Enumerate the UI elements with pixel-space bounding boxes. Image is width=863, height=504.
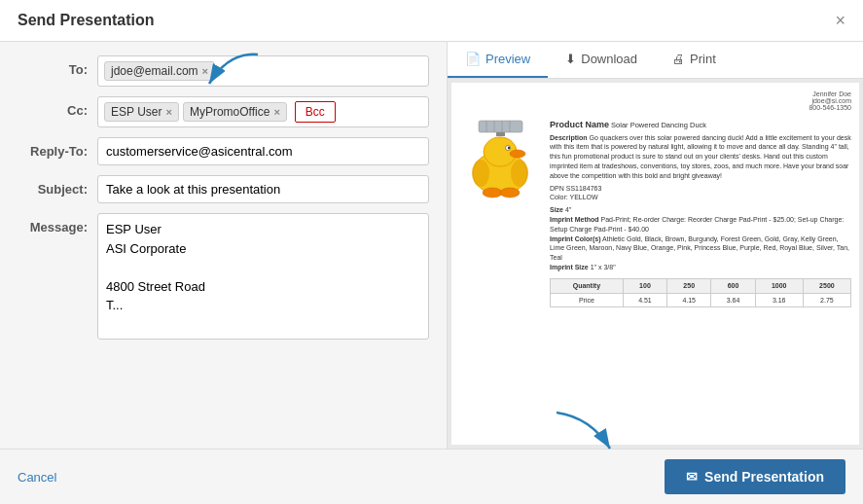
modal-footer: Cancel ✉ Send Presentation <box>0 449 863 504</box>
cc-tag-espuser: ESP User × <box>104 102 179 122</box>
to-label: To: <box>18 55 88 77</box>
send-presentation-modal: Send Presentation × To: <box>0 0 863 504</box>
preview-product-info: Product Name Solar Powered Dancing Duck … <box>550 119 851 307</box>
to-tag-remove[interactable]: × <box>202 65 208 77</box>
cc-tag-espuser-value: ESP User <box>111 105 162 119</box>
preview-table-600: 600 <box>711 278 755 293</box>
send-label: Send Presentation <box>704 469 824 485</box>
preview-pricing-table: Quantity 100 250 600 1000 2500 <box>550 278 851 308</box>
svg-point-12 <box>472 160 489 187</box>
svg-point-11 <box>510 150 525 158</box>
modal-title: Send Presentation <box>18 12 154 29</box>
preview-price-600: 3.64 <box>711 293 755 307</box>
send-presentation-button[interactable]: ✉ Send Presentation <box>665 459 845 494</box>
reply-to-input[interactable] <box>97 137 429 165</box>
message-label: Message: <box>18 213 88 234</box>
preview-product-name: Product Name Solar Powered Dancing Duck <box>550 119 851 131</box>
right-panel: 📄 Preview ⬇ Download 🖨 Print Jennifer <box>448 42 863 449</box>
preview-price-100: 4.51 <box>623 293 666 307</box>
preview-table-qty-header: Quantity <box>551 278 624 293</box>
modal-body: To: jdoe@email.com × Cc: ESP <box>0 42 863 449</box>
preview-table-2500: 2500 <box>803 278 850 293</box>
reply-to-field-wrap <box>97 137 429 165</box>
cc-tag-mypromooffice-remove[interactable]: × <box>273 106 279 118</box>
preview-table-100: 100 <box>623 278 666 293</box>
duck-image <box>459 119 542 307</box>
preview-card: Jennifer Doejdoe@si.com800-546-1350 <box>451 83 859 445</box>
reply-to-label: Reply-To: <box>18 137 88 159</box>
preview-header-info: Jennifer Doejdoe@si.com800-546-1350 <box>459 90 851 111</box>
tab-preview[interactable]: 📄 Preview <box>448 42 548 78</box>
message-textarea[interactable]: ESP User ASI Corporate 4800 Street Road … <box>97 213 429 340</box>
preview-pn-color: DPN SS1184763Color: YELLOW <box>550 184 851 203</box>
preview-imprint-method: Imprint Method Pad-Print; Re-order Charg… <box>550 215 851 234</box>
cc-tag-espuser-remove[interactable]: × <box>165 106 171 118</box>
to-tag: jdoe@email.com × <box>104 61 215 81</box>
preview-description: Description Go quackers over this solar … <box>550 133 851 181</box>
preview-imprint-colors: Imprint Color(s) Athletic Gold, Black, B… <box>550 234 851 263</box>
preview-table-price-row: Price 4.51 4.15 3.64 3.16 2.75 <box>551 293 851 307</box>
subject-label: Subject: <box>18 175 88 197</box>
preview-product-name-bold: Product Name <box>550 120 609 129</box>
tab-print[interactable]: 🖨 Print <box>655 42 734 78</box>
preview-table-1000: 1000 <box>755 278 803 293</box>
to-row: To: jdoe@email.com × <box>18 55 429 87</box>
envelope-icon: ✉ <box>686 469 698 485</box>
subject-input[interactable] <box>97 175 429 203</box>
tab-preview-label: Preview <box>485 52 530 66</box>
svg-point-13 <box>511 160 528 187</box>
bcc-button[interactable]: Bcc <box>295 101 336 123</box>
to-tag-value: jdoe@email.com <box>111 64 198 78</box>
svg-point-14 <box>483 188 502 198</box>
close-button[interactable]: × <box>835 12 845 29</box>
cc-tag-mypromooffice-value: MyPromoOffice <box>190 105 270 119</box>
cc-row: Cc: ESP User × MyPromoOffice × Bcc <box>18 96 429 127</box>
preview-content: Jennifer Doejdoe@si.com800-546-1350 <box>448 79 863 449</box>
to-tags-input[interactable]: jdoe@email.com × <box>97 55 429 87</box>
cc-field-wrap: ESP User × MyPromoOffice × Bcc <box>97 96 429 127</box>
preview-imprint-size: Imprint Size 1" x 3/8" <box>550 263 851 272</box>
preview-price-2500: 2.75 <box>803 293 850 307</box>
tab-print-label: Print <box>690 52 716 66</box>
file-icon: 📄 <box>465 52 481 66</box>
tab-download[interactable]: ⬇ Download <box>548 42 655 78</box>
download-icon: ⬇ <box>565 52 576 66</box>
modal-header: Send Presentation × <box>0 0 863 42</box>
preview-tabs: 📄 Preview ⬇ Download 🖨 Print <box>448 42 863 79</box>
cc-tag-mypromooffice: MyPromoOffice × <box>183 102 287 122</box>
cc-label: Cc: <box>18 96 88 118</box>
cc-tags-input[interactable]: ESP User × MyPromoOffice × Bcc <box>97 96 429 127</box>
preview-table-250: 250 <box>667 278 711 293</box>
preview-price-250: 4.15 <box>667 293 711 307</box>
message-area-wrap: ESP User ASI Corporate 4800 Street Road … <box>97 213 429 342</box>
cancel-button[interactable]: Cancel <box>18 470 56 485</box>
message-row: Message: ESP User ASI Corporate 4800 Str… <box>18 213 429 435</box>
svg-rect-1 <box>479 121 522 132</box>
preview-product-section: Product Name Solar Powered Dancing Duck … <box>459 119 851 307</box>
print-icon: 🖨 <box>672 52 685 66</box>
tab-download-label: Download <box>581 52 637 66</box>
left-panel: To: jdoe@email.com × Cc: ESP <box>0 42 448 449</box>
svg-point-10 <box>508 147 510 149</box>
subject-row: Subject: <box>18 175 429 203</box>
preview-size: Size 4" <box>550 205 851 215</box>
subject-field-wrap <box>97 175 429 203</box>
svg-point-15 <box>500 188 520 198</box>
to-field-wrap: jdoe@email.com × <box>97 55 429 87</box>
preview-price-label: Price <box>551 293 624 307</box>
reply-to-row: Reply-To: <box>18 137 429 165</box>
preview-price-1000: 3.16 <box>755 293 803 307</box>
svg-rect-6 <box>496 132 505 136</box>
